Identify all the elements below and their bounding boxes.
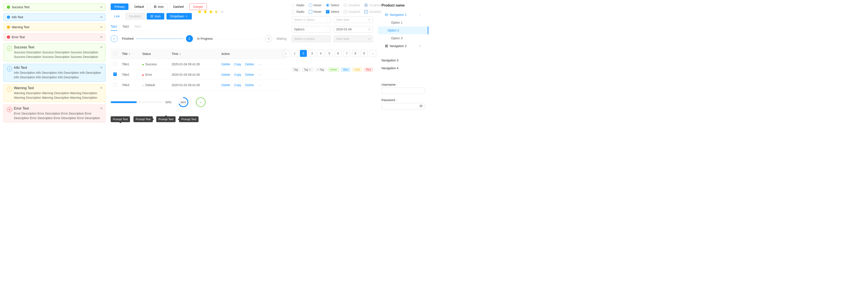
close-icon[interactable]: ✕	[309, 68, 311, 71]
star-icon[interactable]	[209, 9, 213, 14]
star-icon[interactable]	[203, 9, 208, 14]
radio-label: Hover	[314, 3, 321, 7]
nav-option-2[interactable]: Option 2	[378, 27, 428, 34]
setting-icon	[154, 5, 157, 8]
tab-1[interactable]: Tab1	[111, 23, 117, 31]
row-checkbox[interactable]	[113, 83, 117, 86]
nav-option-1[interactable]: Option 1	[381, 19, 425, 27]
action-copy[interactable]: Copy	[234, 73, 241, 77]
page-number[interactable]: 3	[309, 50, 315, 57]
link-button[interactable]: Link	[111, 13, 123, 20]
username-input[interactable]	[381, 88, 425, 94]
close-icon[interactable]: ✕	[100, 35, 103, 39]
cell-time: 2020-01-03 09:41:00	[169, 69, 219, 80]
icon-button[interactable]: Icon	[150, 3, 167, 10]
close-icon[interactable]: ✕	[100, 66, 103, 69]
action-delete[interactable]: Delete	[245, 62, 254, 66]
dropdown-button[interactable]: Dropdown	[166, 13, 192, 20]
svg-rect-18	[387, 46, 388, 47]
action-delete[interactable]: Delete	[245, 83, 254, 87]
action-copy[interactable]: Copy	[234, 83, 241, 87]
password-input[interactable]	[381, 103, 425, 109]
checkbox-disabled: Disabled	[343, 10, 360, 13]
close-icon[interactable]: ✕	[100, 5, 103, 9]
chevron-down-icon	[185, 15, 188, 18]
alert-success-small: ✓ Success Text ✕	[3, 3, 105, 11]
select-input[interactable]: Option1	[292, 26, 331, 33]
page-number[interactable]: 1	[291, 50, 298, 57]
star-icon[interactable]	[197, 9, 202, 14]
row-checkbox[interactable]	[113, 62, 117, 65]
page-number[interactable]: 4	[317, 50, 324, 57]
checkbox-all[interactable]	[113, 52, 117, 55]
action-delete[interactable]: Delete	[245, 73, 254, 77]
table-row: Title3 Default 2020-01-02 09:41:00 Delet…	[111, 80, 286, 90]
sort-icon[interactable]: ▲▼	[128, 53, 130, 55]
action-delete[interactable]: Delete	[221, 62, 230, 66]
nav-item-4[interactable]: Navigation 4	[381, 64, 425, 72]
eye-invisible-icon[interactable]	[419, 104, 423, 108]
danger-button[interactable]: Danger	[189, 3, 207, 10]
radio-selected[interactable]: Select	[326, 3, 339, 7]
alert-info-desc: i Info Text Info Description Info Descri…	[3, 64, 105, 82]
page-number[interactable]: 8	[352, 50, 359, 57]
column-header[interactable]: Title	[122, 52, 128, 56]
date-input[interactable]: Start date	[334, 17, 373, 23]
tag-add[interactable]: +Tag	[315, 68, 326, 71]
page-next[interactable]: ›	[369, 50, 376, 57]
page-prev[interactable]: ‹	[282, 50, 289, 57]
select-input[interactable]: Select a Option	[292, 17, 331, 23]
action-delete[interactable]: Delete	[221, 83, 230, 87]
tag-closable: Tag✕	[302, 68, 313, 71]
cell-status: Default	[140, 80, 169, 90]
nav-option-3[interactable]: Option 3	[381, 34, 425, 42]
nav-item-2[interactable]: Navigation 2	[385, 42, 422, 50]
radio-default[interactable]: Radio	[292, 3, 305, 7]
checkbox-default[interactable]: Radio	[292, 10, 305, 13]
username-label: Username :	[381, 83, 425, 86]
tab-3: Tab3	[134, 23, 141, 31]
action-copy[interactable]: Copy	[234, 62, 241, 66]
page-number[interactable]: 6	[335, 50, 342, 57]
default-button[interactable]: Default	[131, 3, 148, 10]
close-icon[interactable]: ✕	[100, 16, 103, 19]
page-number[interactable]: 7	[343, 50, 350, 57]
close-icon[interactable]: ✕	[100, 25, 103, 29]
checkbox-hover[interactable]: Hover	[309, 10, 321, 13]
svg-rect-2	[151, 15, 153, 17]
icon-primary-button[interactable]: Icon	[147, 13, 164, 20]
nav-label: Navigation 1	[390, 13, 407, 17]
info-circle-icon: i	[7, 66, 12, 71]
page-number[interactable]: 2	[300, 50, 307, 57]
star-icon[interactable]	[220, 9, 224, 14]
more-icon[interactable]: ···	[258, 83, 262, 87]
date-input[interactable]: 2020-01-04	[334, 26, 373, 33]
nav-item-1[interactable]: Navigation 1	[385, 11, 422, 19]
star-half-icon[interactable]	[214, 9, 219, 14]
checkbox-selected[interactable]: Select	[326, 10, 339, 13]
row-checkbox[interactable]	[113, 72, 117, 76]
close-icon[interactable]: ✕	[100, 46, 103, 49]
tabs: Tab1 Tab2 Tab3	[111, 23, 150, 31]
rate[interactable]	[197, 9, 224, 14]
progress-circle-success: ✓	[195, 97, 206, 108]
sort-icon[interactable]: ▲▼	[179, 53, 181, 55]
page-number[interactable]: 5	[326, 50, 333, 57]
product-title: Product name	[381, 3, 425, 7]
alert-title: Info Text	[14, 66, 102, 70]
primary-button[interactable]: Primary	[111, 3, 128, 10]
more-icon[interactable]: ···	[258, 62, 262, 66]
page-number[interactable]: 9	[361, 50, 368, 57]
radio-hover[interactable]: Hover	[309, 3, 321, 7]
action-delete[interactable]: Delete	[221, 73, 230, 77]
dashed-button[interactable]: Dashed	[169, 3, 187, 10]
nav-item-3[interactable]: Navigation 3	[381, 56, 425, 64]
more-icon[interactable]: ···	[258, 73, 262, 77]
close-icon[interactable]: ✕	[100, 86, 103, 90]
close-icon[interactable]: ✕	[100, 107, 103, 110]
chevron-up-icon	[419, 13, 422, 16]
tab-2[interactable]: Tab2	[122, 23, 129, 31]
column-header[interactable]: Time	[172, 52, 178, 56]
alert-title: Warning Text	[14, 86, 102, 90]
table-row: Title1 Success 2020-01-04 09:41:00 Delet…	[111, 59, 286, 69]
